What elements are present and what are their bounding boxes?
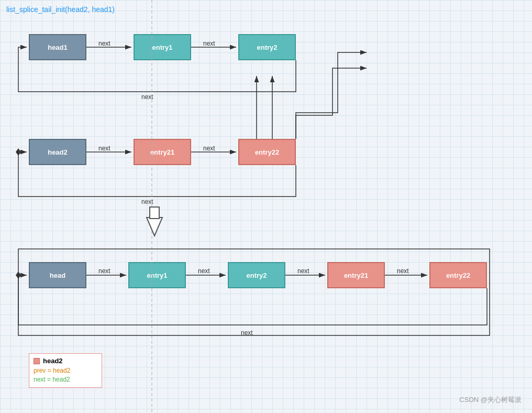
svg-rect-20 [18,249,490,335]
svg-rect-13 [150,207,159,219]
svg-marker-12 [147,218,162,236]
diagram-canvas [0,0,532,413]
svg-marker-8 [16,148,21,156]
